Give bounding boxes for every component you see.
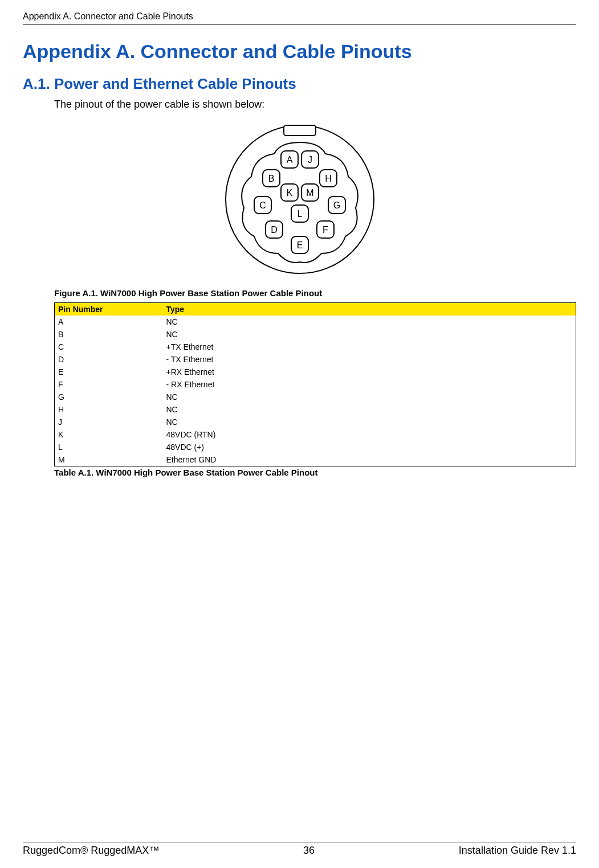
cell-type: NC bbox=[163, 391, 576, 403]
cell-pin: K bbox=[55, 428, 163, 441]
pin-label-j: J bbox=[308, 155, 312, 165]
cell-type: Ethernet GND bbox=[163, 453, 576, 466]
cell-pin: E bbox=[55, 366, 163, 378]
table-row: C+TX Ethernet bbox=[55, 341, 576, 353]
figure-caption: Figure A.1. WiN7000 High Power Base Stat… bbox=[54, 288, 576, 298]
pin-label-a: A bbox=[286, 155, 292, 165]
cell-type: - RX Ethernet bbox=[163, 378, 576, 391]
cell-pin: A bbox=[55, 316, 163, 328]
footer-center: 36 bbox=[303, 845, 315, 857]
svg-rect-1 bbox=[284, 125, 316, 136]
table-row: F- RX Ethernet bbox=[55, 378, 576, 391]
appendix-title: Appendix A. Connector and Cable Pinouts bbox=[23, 40, 576, 63]
cell-pin: D bbox=[55, 353, 163, 366]
connector-svg: A J B H K M C G L D F bbox=[220, 120, 380, 279]
pin-label-h: H bbox=[325, 174, 332, 183]
table-row: ANC bbox=[55, 316, 576, 328]
cell-type: NC bbox=[163, 328, 576, 341]
pin-label-l: L bbox=[297, 209, 302, 219]
page-footer: RuggedCom® RuggedMAX™ 36 Installation Gu… bbox=[23, 842, 576, 857]
table-row: E+RX Ethernet bbox=[55, 366, 576, 378]
cell-type: NC bbox=[163, 416, 576, 428]
cell-pin: M bbox=[55, 453, 163, 466]
connector-diagram: A J B H K M C G L D F bbox=[23, 120, 576, 279]
table-row: HNC bbox=[55, 403, 576, 416]
cell-pin: B bbox=[55, 328, 163, 341]
pinout-table: Pin Number Type ANC BNC C+TX Ethernet D-… bbox=[54, 302, 576, 466]
cell-type: +RX Ethernet bbox=[163, 366, 576, 378]
cell-type: +TX Ethernet bbox=[163, 341, 576, 353]
table-header-row: Pin Number Type bbox=[55, 303, 576, 316]
pin-label-c: C bbox=[259, 200, 266, 210]
pin-label-e: E bbox=[296, 240, 303, 250]
cell-pin: C bbox=[55, 341, 163, 353]
table-row: JNC bbox=[55, 416, 576, 428]
table-caption: Table A.1. WiN7000 High Power Base Stati… bbox=[54, 468, 576, 477]
table-header-type: Type bbox=[163, 303, 576, 316]
cell-type: 48VDC (+) bbox=[163, 441, 576, 453]
table-header-pin: Pin Number bbox=[55, 303, 163, 316]
cell-type: NC bbox=[163, 403, 576, 416]
footer-left: RuggedCom® RuggedMAX™ bbox=[23, 845, 159, 857]
table-row: K48VDC (RTN) bbox=[55, 428, 576, 441]
pin-label-f: F bbox=[323, 225, 328, 235]
table-row: BNC bbox=[55, 328, 576, 341]
cell-type: NC bbox=[163, 316, 576, 328]
pin-label-d: D bbox=[271, 225, 278, 235]
cell-pin: G bbox=[55, 391, 163, 403]
cell-pin: H bbox=[55, 403, 163, 416]
cell-pin: L bbox=[55, 441, 163, 453]
footer-right: Installation Guide Rev 1.1 bbox=[459, 845, 576, 857]
pin-label-g: G bbox=[333, 200, 340, 210]
table-row: D- TX Ethernet bbox=[55, 353, 576, 366]
cell-pin: J bbox=[55, 416, 163, 428]
section-title: A.1. Power and Ethernet Cable Pinouts bbox=[23, 75, 576, 93]
cell-pin: F bbox=[55, 378, 163, 391]
table-row: L48VDC (+) bbox=[55, 441, 576, 453]
cell-type: - TX Ethernet bbox=[163, 353, 576, 366]
table-row: MEthernet GND bbox=[55, 453, 576, 466]
running-header: Appendix A. Connector and Cable Pinouts bbox=[23, 11, 576, 24]
intro-paragraph: The pinout of the power cable is shown b… bbox=[54, 99, 576, 110]
pin-label-b: B bbox=[268, 174, 274, 183]
pin-label-k: K bbox=[286, 188, 292, 198]
table-row: GNC bbox=[55, 391, 576, 403]
cell-type: 48VDC (RTN) bbox=[163, 428, 576, 441]
pin-label-m: M bbox=[306, 188, 313, 198]
